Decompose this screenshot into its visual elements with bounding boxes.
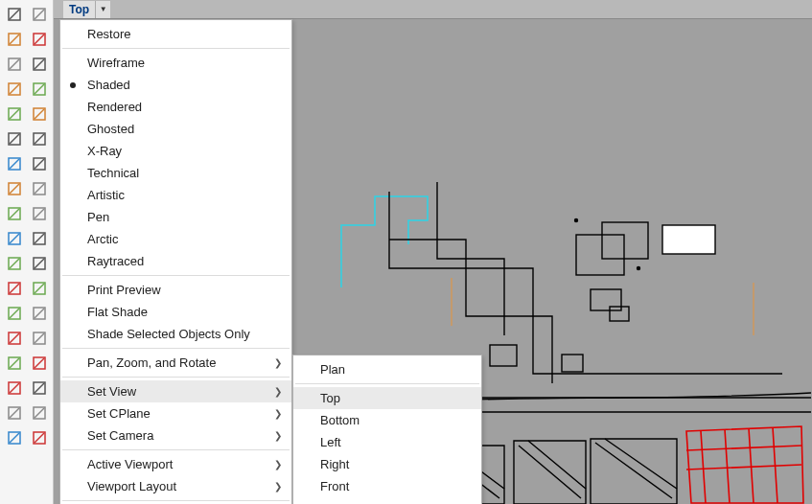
menu-item-artistic[interactable]: Artistic	[60, 184, 291, 206]
box-icon[interactable]	[4, 153, 25, 174]
lasso-icon[interactable]	[29, 4, 50, 25]
menu-item-raytraced[interactable]: Raytraced	[60, 250, 291, 272]
menu-separator	[62, 48, 290, 49]
menu-item-label: Artistic	[87, 188, 125, 202]
submenu-item-back[interactable]: Back	[293, 497, 481, 504]
menu-item-label: Left	[320, 435, 341, 449]
menu-item-set-camera[interactable]: Set Camera❯	[60, 424, 291, 447]
menu-separator	[62, 275, 290, 276]
submenu-arrow-icon: ❯	[274, 386, 282, 397]
menu-item-restore[interactable]: Restore	[60, 23, 291, 45]
menu-item-label: Flat Shade	[87, 305, 148, 319]
mirror-icon[interactable]	[29, 228, 50, 249]
hatch-icon[interactable]	[29, 303, 50, 324]
menu-item-rendered[interactable]: Rendered	[60, 96, 291, 118]
torus-icon[interactable]	[29, 178, 50, 199]
polygon-icon[interactable]	[29, 103, 50, 125]
offset-icon[interactable]	[29, 253, 50, 274]
dup-icon[interactable]	[29, 278, 50, 299]
menu-item-flat-shade[interactable]: Flat Shade	[60, 301, 291, 323]
snap-icon[interactable]	[29, 353, 50, 374]
sphere-icon[interactable]	[29, 153, 50, 174]
shell-icon[interactable]	[29, 328, 50, 349]
menu-item-label: Front	[320, 479, 349, 493]
set-view-submenu: PlanTopBottomLeftRightFrontBack	[292, 355, 482, 504]
triangle-icon[interactable]	[4, 79, 25, 100]
submenu-arrow-icon: ❯	[274, 408, 282, 419]
menu-item-label: Set CPlane	[87, 406, 151, 421]
svg-rect-36	[576, 235, 624, 275]
submenu-item-top[interactable]: Top	[293, 387, 481, 409]
menu-item-label: Raytraced	[87, 254, 144, 268]
submenu-item-front[interactable]: Front	[293, 475, 481, 497]
svg-rect-38	[662, 225, 715, 254]
menu-item-set-view[interactable]: Set View❯	[60, 380, 291, 402]
menu-separator	[62, 449, 290, 450]
gear-icon[interactable]	[4, 203, 25, 224]
array-icon[interactable]	[4, 378, 25, 399]
menu-item-set-cplane[interactable]: Set CPlane❯	[60, 402, 291, 424]
menu-item-arctic[interactable]: Arctic	[60, 228, 291, 250]
layers-icon[interactable]	[29, 378, 50, 399]
menu-item-label: Set View	[87, 384, 136, 399]
menu-item-shade-selected-objects-only[interactable]: Shade Selected Objects Only	[60, 323, 291, 345]
menu-item-label: Rendered	[87, 100, 142, 114]
menu-item-label: Right	[320, 457, 349, 471]
polyline-icon[interactable]	[4, 29, 25, 50]
menu-item-label: Set Camera	[87, 428, 153, 443]
rect-icon[interactable]	[4, 103, 25, 125]
surface-icon[interactable]	[4, 128, 25, 149]
tag-icon[interactable]	[4, 427, 25, 448]
menu-separator	[62, 348, 290, 349]
loop-icon[interactable]	[29, 29, 50, 50]
svg-rect-39	[490, 345, 517, 366]
menu-item-technical[interactable]: Technical	[60, 162, 291, 184]
menu-item-label: Print Preview	[87, 283, 161, 297]
curve-icon[interactable]	[4, 278, 25, 299]
viewport-name[interactable]: Top	[63, 1, 95, 18]
tool-palette	[0, 0, 54, 504]
menu-item-label: Restore	[87, 27, 131, 41]
menu-item-label: Arctic	[87, 232, 119, 246]
menu-separator	[62, 500, 290, 501]
submenu-arrow-icon: ❯	[274, 430, 282, 441]
arc-icon[interactable]	[29, 79, 50, 100]
menu-item-print-preview[interactable]: Print Preview	[60, 279, 291, 301]
menu-item-active-viewport[interactable]: Active Viewport❯	[60, 453, 291, 475]
menu-item-label: Pan, Zoom, and Rotate	[87, 355, 216, 370]
menu-item-viewport-layout[interactable]: Viewport Layout❯	[60, 475, 291, 497]
submenu-arrow-icon: ❯	[274, 481, 282, 492]
pointer-icon[interactable]	[4, 4, 25, 25]
svg-point-43	[575, 219, 578, 222]
menu-item-pan-zoom-and-rotate[interactable]: Pan, Zoom, and Rotate❯	[60, 352, 291, 374]
flag-icon[interactable]	[29, 427, 50, 448]
flame-icon[interactable]	[29, 203, 50, 224]
drop-icon[interactable]	[4, 253, 25, 274]
viewport-menu-arrow[interactable]: ▼	[95, 1, 110, 18]
menu-item-ghosted[interactable]: Ghosted	[60, 118, 291, 140]
render-icon[interactable]	[4, 402, 25, 424]
menu-separator	[295, 383, 479, 384]
menu-item-shaded[interactable]: Shaded	[60, 74, 291, 96]
submenu-item-plan[interactable]: Plan	[293, 358, 481, 380]
menu-item-label: Shade Selected Objects Only	[87, 327, 250, 341]
menu-item-label: Top	[320, 391, 340, 405]
submenu-item-left[interactable]: Left	[293, 431, 481, 453]
pin-icon[interactable]	[4, 228, 25, 249]
menu-item-pen[interactable]: Pen	[60, 206, 291, 228]
menu-item-wireframe[interactable]: Wireframe	[60, 52, 291, 74]
cylinder-icon[interactable]	[4, 178, 25, 199]
check-icon[interactable]	[29, 402, 50, 424]
spiral-icon[interactable]	[29, 54, 50, 75]
menu-item-label: Shaded	[87, 78, 130, 92]
blend-icon[interactable]	[4, 328, 25, 349]
text-icon[interactable]	[4, 303, 25, 324]
svg-rect-37	[602, 222, 648, 259]
grid-icon[interactable]	[4, 353, 25, 374]
deform-icon[interactable]	[29, 128, 50, 149]
submenu-item-right[interactable]: Right	[293, 453, 481, 475]
menu-item-label: X-Ray	[87, 144, 122, 158]
circle-icon[interactable]	[4, 54, 25, 75]
submenu-item-bottom[interactable]: Bottom	[293, 409, 481, 431]
menu-item-x-ray[interactable]: X-Ray	[60, 140, 291, 162]
